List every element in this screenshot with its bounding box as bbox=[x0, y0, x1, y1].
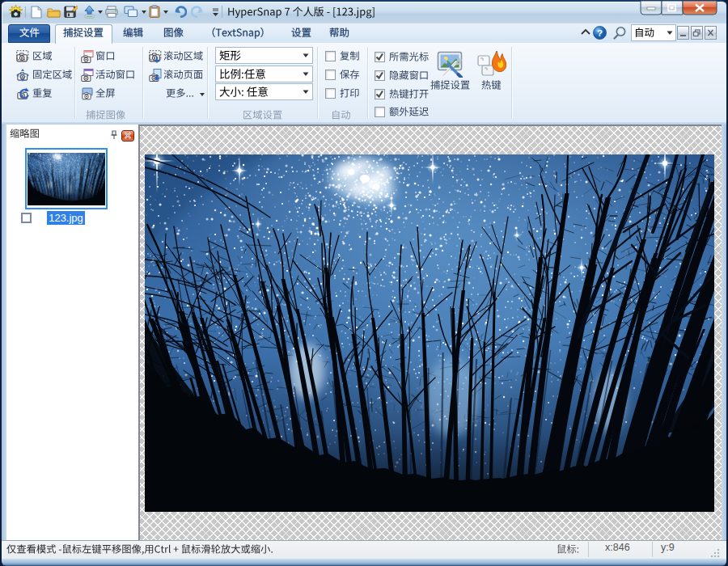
svg-text:?: ? bbox=[597, 28, 603, 38]
